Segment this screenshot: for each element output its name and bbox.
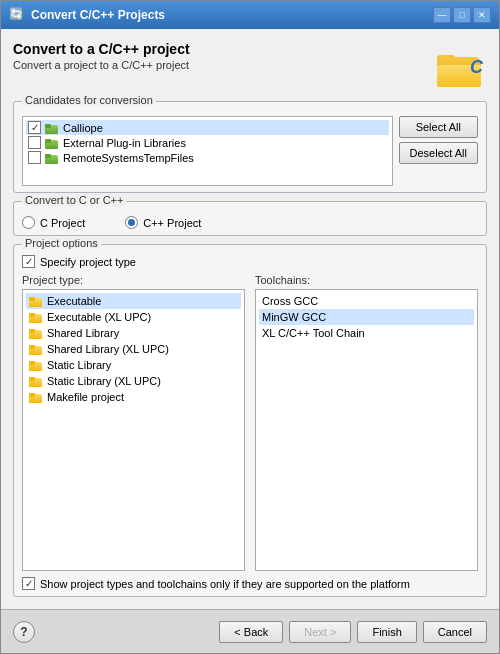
project-options-label: Project options — [22, 237, 101, 249]
project-type-executable[interactable]: Executable — [26, 293, 241, 309]
pt-icon-makefile — [29, 391, 43, 403]
page-header: Convert to a C/C++ project Convert a pro… — [13, 41, 487, 93]
page-title: Convert to a C/C++ project — [13, 41, 190, 57]
toolchain-cross-gcc[interactable]: Cross GCC — [259, 293, 474, 309]
page-header-icon: C — [435, 41, 487, 93]
page-header-text: Convert to a C/C++ project Convert a pro… — [13, 41, 190, 71]
toolchain-xl-cpp[interactable]: XL C/C++ Tool Chain — [259, 325, 474, 341]
title-bar-controls: — □ ✕ — [433, 7, 491, 23]
cancel-button[interactable]: Cancel — [423, 621, 487, 643]
project-lists-row: Project type: Executable Executable (XL … — [22, 274, 478, 571]
folder-icon: C — [437, 47, 485, 87]
candidates-label: Candidates for conversion — [22, 94, 156, 106]
pt-icon-static-lib — [29, 359, 43, 371]
radio-row: C Project C++ Project — [22, 212, 478, 229]
candidate-item-remote[interactable]: RemoteSystemsTempFiles — [26, 150, 389, 165]
pt-icon-shared-lib — [29, 327, 43, 339]
candidate-folder-icon-remote — [45, 152, 59, 164]
project-type-executable-xl[interactable]: Executable (XL UPC) — [26, 309, 241, 325]
deselect-all-button[interactable]: Deselect All — [399, 142, 478, 164]
toolchains-label: Toolchains: — [255, 274, 478, 286]
footer-right: < Back Next > Finish Cancel — [219, 621, 487, 643]
candidate-checkbox-external[interactable] — [28, 136, 41, 149]
pt-label-executable: Executable — [47, 295, 101, 307]
candidate-item-calliope[interactable]: Calliope — [26, 120, 389, 135]
platform-checkbox[interactable] — [22, 577, 35, 590]
candidate-label-external: External Plug-in Libraries — [63, 137, 186, 149]
pt-label-static-lib-xl: Static Library (XL UPC) — [47, 375, 161, 387]
candidate-checkbox-calliope[interactable] — [28, 121, 41, 134]
tc-label-cross-gcc: Cross GCC — [262, 295, 318, 307]
specify-label: Specify project type — [40, 256, 136, 268]
pt-label-shared-lib: Shared Library — [47, 327, 119, 339]
specify-checkbox[interactable] — [22, 255, 35, 268]
project-options-section: Project options Specify project type Pro… — [13, 244, 487, 597]
back-button[interactable]: < Back — [219, 621, 283, 643]
candidates-section: Candidates for conversion Calliope Exter… — [13, 101, 487, 193]
candidate-checkbox-remote[interactable] — [28, 151, 41, 164]
radio-cpp-project[interactable]: C++ Project — [125, 216, 201, 229]
project-type-shared-lib[interactable]: Shared Library — [26, 325, 241, 341]
pt-label-shared-lib-xl: Shared Library (XL UPC) — [47, 343, 169, 355]
page-subtitle: Convert a project to a C/C++ project — [13, 59, 190, 71]
pt-label-makefile: Makefile project — [47, 391, 124, 403]
candidate-folder-icon-calliope — [45, 122, 59, 134]
maximize-button[interactable]: □ — [453, 7, 471, 23]
main-window: 🔄 Convert C/C++ Projects — □ ✕ Convert t… — [0, 0, 500, 654]
candidate-item-external[interactable]: External Plug-in Libraries — [26, 135, 389, 150]
pt-icon-executable — [29, 295, 43, 307]
candidate-label-remote: RemoteSystemsTempFiles — [63, 152, 194, 164]
select-all-button[interactable]: Select All — [399, 116, 478, 138]
convert-section: Convert to C or C++ C Project C++ Projec… — [13, 201, 487, 236]
pt-icon-shared-lib-xl — [29, 343, 43, 355]
radio-cpp-label: C++ Project — [143, 217, 201, 229]
next-button[interactable]: Next > — [289, 621, 351, 643]
footer-left: ? — [13, 621, 35, 643]
footer: ? < Back Next > Finish Cancel — [1, 609, 499, 653]
finish-button[interactable]: Finish — [357, 621, 416, 643]
dialog-content: Convert to a C/C++ project Convert a pro… — [1, 29, 499, 609]
select-buttons: Select All Deselect All — [399, 116, 478, 186]
project-type-label: Project type: — [22, 274, 245, 286]
tc-label-xl-cpp: XL C/C++ Tool Chain — [262, 327, 365, 339]
help-button[interactable]: ? — [13, 621, 35, 643]
radio-cpp-inner — [128, 219, 135, 226]
pt-icon-static-lib-xl — [29, 375, 43, 387]
window-title: Convert C/C++ Projects — [31, 8, 165, 22]
convert-label: Convert to C or C++ — [22, 194, 126, 206]
platform-row: Show project types and toolchains only i… — [22, 577, 478, 590]
radio-c-label: C Project — [40, 217, 85, 229]
toolchain-mingw-gcc[interactable]: MinGW GCC — [259, 309, 474, 325]
candidates-inner: Calliope External Plug-in Libraries Remo… — [22, 112, 478, 186]
toolchains-list[interactable]: Cross GCC MinGW GCC XL C/C++ Tool Chain — [255, 289, 478, 571]
candidates-list: Calliope External Plug-in Libraries Remo… — [22, 116, 393, 186]
project-type-makefile[interactable]: Makefile project — [26, 389, 241, 405]
specify-row: Specify project type — [22, 255, 478, 268]
tc-label-mingw-gcc: MinGW GCC — [262, 311, 326, 323]
project-type-static-lib[interactable]: Static Library — [26, 357, 241, 373]
project-type-col: Project type: Executable Executable (XL … — [22, 274, 245, 571]
title-bar-left: 🔄 Convert C/C++ Projects — [9, 7, 165, 23]
radio-c-project[interactable]: C Project — [22, 216, 85, 229]
pt-icon-executable-xl — [29, 311, 43, 323]
project-type-static-lib-xl[interactable]: Static Library (XL UPC) — [26, 373, 241, 389]
pt-label-executable-xl: Executable (XL UPC) — [47, 311, 151, 323]
radio-cpp-outer[interactable] — [125, 216, 138, 229]
toolchains-col: Toolchains: Cross GCC MinGW GCC XL C/C++… — [255, 274, 478, 571]
candidate-folder-icon-external — [45, 137, 59, 149]
pt-label-static-lib: Static Library — [47, 359, 111, 371]
close-button[interactable]: ✕ — [473, 7, 491, 23]
window-icon: 🔄 — [9, 7, 25, 23]
platform-label: Show project types and toolchains only i… — [40, 578, 410, 590]
candidate-label-calliope: Calliope — [63, 122, 103, 134]
title-bar: 🔄 Convert C/C++ Projects — □ ✕ — [1, 1, 499, 29]
project-type-list[interactable]: Executable Executable (XL UPC) Shared Li… — [22, 289, 245, 571]
minimize-button[interactable]: — — [433, 7, 451, 23]
project-type-shared-lib-xl[interactable]: Shared Library (XL UPC) — [26, 341, 241, 357]
radio-c-outer[interactable] — [22, 216, 35, 229]
